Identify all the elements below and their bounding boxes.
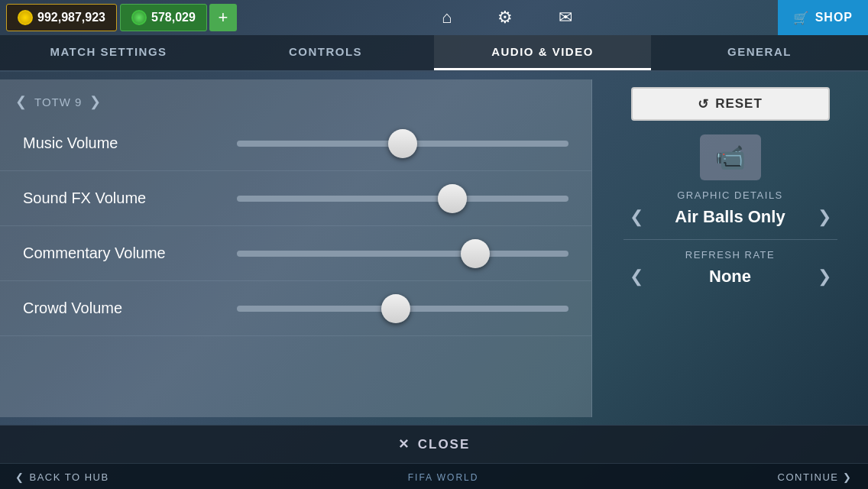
graphic-details-row: ❮ Air Balls Only ❯ — [623, 204, 837, 230]
coins-currency: 992,987,923 — [6, 4, 117, 31]
top-bar-icons: ⌂ ⚙ ✉ — [237, 8, 778, 28]
close-bar[interactable]: ✕ CLOSE — [0, 425, 868, 463]
back-icon: ❮ — [15, 471, 25, 483]
sound-fx-volume-track — [237, 196, 568, 202]
coin-icon — [18, 10, 33, 25]
shop-label: SHOP — [815, 11, 853, 24]
mail-icon[interactable]: ✉ — [559, 8, 572, 28]
sound-fx-volume-thumb[interactable] — [438, 184, 467, 213]
commentary-volume-row: Commentary Volume — [0, 226, 591, 281]
refresh-rate-next-arrow[interactable]: ❯ — [811, 264, 837, 290]
tab-general[interactable]: GENERAL — [651, 35, 868, 70]
graphic-details-label: GRAPHIC DETAILS — [623, 189, 837, 201]
back-label: BACK TO HUB — [30, 471, 109, 483]
video-icon-box: 📹 — [700, 134, 761, 180]
music-volume-row: Music Volume — [0, 116, 591, 171]
divider — [623, 239, 837, 240]
fifa-currency: 578,029 — [120, 4, 207, 31]
fifa-world-logo: FIFA WORLD — [408, 472, 479, 483]
commentary-volume-thumb[interactable] — [461, 239, 490, 268]
commentary-volume-track — [237, 251, 568, 257]
gear-icon[interactable]: ⚙ — [497, 8, 513, 28]
tab-controls[interactable]: CONTROLS — [217, 35, 434, 70]
music-volume-thumb[interactable] — [388, 129, 417, 158]
totw-label: TOTW 9 — [34, 96, 82, 108]
crowd-volume-thumb[interactable] — [381, 294, 410, 323]
graphic-details-next-arrow[interactable]: ❯ — [811, 204, 837, 230]
add-currency-button[interactable]: + — [209, 4, 237, 31]
tab-audio-video[interactable]: AUDIO & VIDEO — [434, 35, 651, 70]
crowd-volume-slider[interactable] — [237, 306, 568, 312]
refresh-rate-row: ❮ None ❯ — [623, 264, 837, 290]
refresh-rate-prev-arrow[interactable]: ❮ — [623, 264, 649, 290]
fifa-coin-icon — [131, 10, 147, 25]
coins-value: 992,987,923 — [37, 11, 105, 24]
crowd-volume-track — [237, 306, 568, 312]
fifa-value: 578,029 — [151, 11, 196, 24]
sound-fx-volume-label: Sound FX Volume — [23, 189, 237, 207]
music-volume-track — [237, 141, 568, 147]
reset-button[interactable]: ↺ RESET — [631, 87, 830, 121]
music-volume-label: Music Volume — [23, 134, 237, 152]
refresh-rate-value: None — [656, 267, 805, 287]
continue-icon: ❯ — [843, 471, 853, 483]
video-play-icon: 📹 — [715, 143, 746, 172]
continue-label: CONTINUE — [778, 471, 839, 483]
left-panel: ❮ TOTW 9 ❯ Music Volume Sound FX Volume — [0, 79, 592, 417]
back-to-hub-button[interactable]: ❮ BACK TO HUB — [15, 471, 109, 483]
home-icon[interactable]: ⌂ — [442, 8, 452, 28]
graphic-details-selector: GRAPHIC DETAILS ❮ Air Balls Only ❯ — [623, 189, 837, 230]
top-bar: 992,987,923 578,029 + ⌂ ⚙ ✉ 🛒 SHOP — [0, 0, 868, 35]
refresh-rate-selector: REFRESH RATE ❮ None ❯ — [623, 249, 837, 290]
continue-button[interactable]: CONTINUE ❯ — [778, 471, 853, 483]
shop-button[interactable]: 🛒 SHOP — [778, 0, 868, 35]
right-panel: ↺ RESET 📹 GRAPHIC DETAILS ❮ Air Balls On… — [592, 79, 868, 417]
close-x-icon: ✕ — [398, 436, 410, 452]
shop-cart-icon: 🛒 — [793, 11, 809, 25]
totw-next-arrow[interactable]: ❯ — [89, 93, 101, 110]
close-button[interactable]: ✕ CLOSE — [398, 436, 471, 452]
bottom-bar: ❮ BACK TO HUB FIFA WORLD CONTINUE ❯ — [0, 463, 868, 489]
commentary-volume-label: Commentary Volume — [23, 244, 237, 262]
totw-nav: ❮ TOTW 9 ❯ — [0, 87, 591, 116]
sound-fx-volume-slider[interactable] — [237, 196, 568, 202]
main-content: ❮ TOTW 9 ❯ Music Volume Sound FX Volume — [0, 72, 868, 425]
close-label: CLOSE — [418, 437, 471, 452]
graphic-details-value: Air Balls Only — [656, 207, 805, 227]
refresh-rate-label: REFRESH RATE — [623, 249, 837, 261]
commentary-volume-slider[interactable] — [237, 251, 568, 257]
sound-fx-volume-row: Sound FX Volume — [0, 171, 591, 226]
reset-icon: ↺ — [698, 96, 709, 112]
music-volume-slider[interactable] — [237, 141, 568, 147]
tab-bar: MATCH SETTINGS CONTROLS AUDIO & VIDEO GE… — [0, 35, 868, 72]
reset-label: RESET — [715, 96, 763, 112]
totw-prev-arrow[interactable]: ❮ — [15, 93, 27, 110]
crowd-volume-label: Crowd Volume — [23, 300, 237, 317]
crowd-volume-row: Crowd Volume — [0, 281, 591, 336]
graphic-details-prev-arrow[interactable]: ❮ — [623, 204, 649, 230]
tab-match-settings[interactable]: MATCH SETTINGS — [0, 35, 217, 70]
